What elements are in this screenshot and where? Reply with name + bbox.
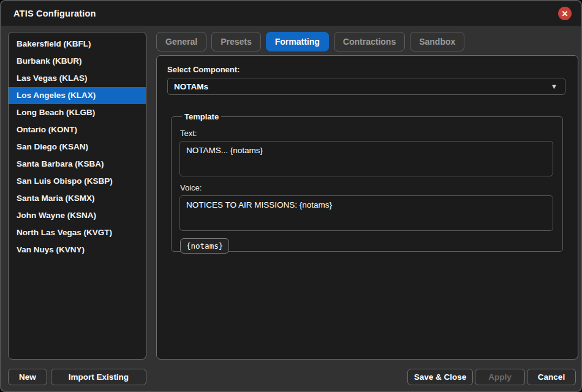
template-fieldset: Template Text: NOTAMS... {notams} Voice:… — [171, 112, 563, 252]
import-existing-button[interactable]: Import Existing — [51, 369, 146, 385]
apply-button[interactable]: Apply — [475, 369, 525, 385]
component-dropdown-value: NOTAMs — [168, 82, 551, 91]
window-title: ATIS Configuration — [1, 9, 96, 18]
airport-list-item[interactable]: Ontario (KONT) — [9, 121, 146, 138]
airport-list-item[interactable]: North Las Vegas (KVGT) — [9, 224, 146, 241]
save-and-close-button[interactable]: Save & Close — [407, 369, 473, 385]
atis-configuration-window: ATIS Configuration ✕ Bakersfield (KBFL) … — [0, 0, 582, 392]
airport-list-item[interactable]: Van Nuys (KVNY) — [9, 241, 146, 258]
airport-list-item[interactable]: San Luis Obispo (KSBP) — [9, 173, 146, 190]
select-component-label: Select Component: — [167, 65, 565, 74]
tab-sandbox[interactable]: Sandbox — [410, 32, 464, 51]
component-dropdown[interactable]: NOTAMs ▼ — [167, 78, 565, 95]
text-label: Text: — [180, 129, 554, 138]
voice-template-input[interactable]: NOTICES TO AIR MISSIONS: {notams} — [180, 195, 553, 231]
template-legend: Template — [182, 112, 221, 121]
new-button[interactable]: New — [8, 369, 47, 385]
airport-list-item[interactable]: John Wayne (KSNA) — [9, 207, 146, 224]
airport-list-item[interactable]: Burbank (KBUR) — [9, 53, 146, 70]
airport-list: Bakersfield (KBFL) Burbank (KBUR) Las Ve… — [8, 32, 146, 360]
cancel-button[interactable]: Cancel — [527, 369, 576, 385]
airport-list-item[interactable]: Santa Maria (KSMX) — [9, 190, 146, 207]
notams-variable-chip[interactable]: {notams} — [180, 238, 229, 254]
airport-list-item[interactable]: Bakersfield (KBFL) — [9, 36, 146, 53]
voice-label: Voice: — [180, 183, 554, 192]
airport-list-item[interactable]: Las Vegas (KLAS) — [9, 70, 146, 87]
tab-presets[interactable]: Presets — [211, 32, 261, 51]
text-template-input[interactable]: NOTAMS... {notams} — [180, 141, 553, 176]
airport-list-item[interactable]: San Diego (KSAN) — [9, 138, 146, 156]
tab-contractions[interactable]: Contractions — [334, 32, 405, 51]
airport-list-item-selected[interactable]: Los Angeles (KLAX) — [9, 87, 146, 104]
close-button[interactable]: ✕ — [558, 7, 572, 20]
tab-formatting[interactable]: Formatting — [266, 32, 329, 51]
title-bar: ATIS Configuration ✕ — [1, 1, 581, 26]
airport-list-item[interactable]: Long Beach (KLGB) — [9, 104, 146, 121]
tab-general[interactable]: General — [156, 32, 206, 51]
close-icon: ✕ — [562, 10, 569, 18]
tab-bar: General Presets Formatting Contractions … — [156, 32, 464, 51]
airport-list-item[interactable]: Santa Barbara (KSBA) — [9, 156, 146, 173]
formatting-panel: Select Component: NOTAMs ▼ Template Text… — [156, 55, 578, 360]
chevron-down-icon: ▼ — [551, 83, 565, 90]
